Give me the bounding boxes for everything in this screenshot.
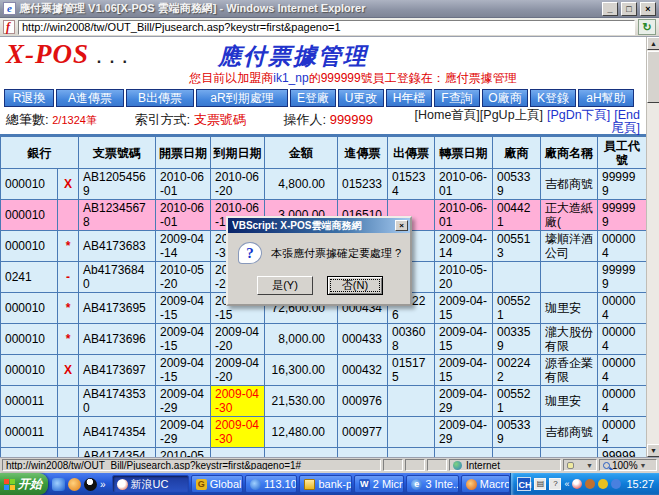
status-bar: http://win2008/tw/OUT_Bill/Pjusearch.asp…	[0, 458, 659, 473]
cell-inv: 000000	[338, 448, 388, 458]
tray-collapse-icon[interactable]: «	[564, 479, 569, 489]
status-url: http://win2008/tw/OUT_Bill/Pjusearch.asp…	[2, 459, 381, 471]
cell-amount: 16,300.00	[265, 355, 338, 386]
status-segment	[383, 459, 403, 471]
table-row[interactable]: 000010*AB41736962009-04-152009-04-208,00…	[1, 324, 647, 355]
pagination-link-1: [Home首頁]	[415, 108, 480, 122]
cell-vname: 正大造紙廠(	[541, 200, 598, 231]
magnifier-icon	[603, 462, 610, 469]
column-header: 銀行	[1, 137, 79, 169]
dialog-no-button[interactable]: 否(N)	[327, 276, 383, 295]
cell-bank: 000010	[1, 355, 58, 386]
cell-due: 2009-04-30	[211, 386, 265, 417]
menu-button-7[interactable]: H年檔	[386, 89, 432, 107]
column-header: 轉票日期	[435, 137, 493, 169]
page-title: 應付票據管理	[0, 41, 586, 72]
cell-flag: X	[58, 355, 79, 386]
cell-vname: 壕順洋酒公司	[541, 231, 598, 262]
cell-bank: 000010	[1, 169, 58, 200]
language-indicator[interactable]: CH	[517, 477, 531, 491]
scroll-thumb[interactable]	[647, 51, 659, 103]
cell-vid: 005521	[493, 386, 541, 417]
cell-due: 2010-06-20	[211, 169, 265, 200]
minimize-button[interactable]: _	[602, 2, 618, 16]
dialog-title: VBScript: X-POS雲端商務網	[232, 219, 395, 233]
cell-bank: 101010	[1, 448, 58, 458]
tray-qq-icon[interactable]	[572, 479, 582, 489]
status-segment	[405, 459, 425, 471]
scroll-down-icon[interactable]: ▼	[647, 444, 659, 457]
taskbar-button-label: Global...	[210, 476, 243, 492]
column-header: 支票號碼	[79, 137, 156, 169]
cell-vid: 004421	[493, 200, 541, 231]
zoom-control[interactable]: 100% ▼	[599, 459, 657, 471]
column-header: 員工代號	[598, 137, 647, 169]
dialog-yes-button[interactable]: 是(Y)	[257, 276, 313, 295]
help-icon[interactable]: ?	[549, 478, 561, 490]
table-row[interactable]: 101010-AB417435402010-05-2010-0.00000000…	[1, 448, 647, 458]
table-row[interactable]: 000010XAB120545692010-06-012010-06-204,8…	[1, 169, 647, 200]
column-header: 開票日期	[156, 137, 211, 169]
cell-flag: *	[58, 293, 79, 324]
table-row[interactable]: 000010XAB41736972009-04-152009-04-2016,3…	[1, 355, 647, 386]
cell-check: AB4173683	[79, 231, 156, 262]
cell-flag: *	[58, 231, 79, 262]
window-titlebar[interactable]: e 應付票據管理 V1.06[X-POS 雲端商務網] - Windows In…	[0, 0, 659, 18]
column-header: 出傳票	[388, 137, 435, 169]
menu-button-10[interactable]: K登錄	[530, 89, 576, 107]
ie-quicklaunch-icon[interactable]	[52, 478, 65, 491]
tray-alert-icon[interactable]	[598, 479, 608, 489]
menu-button-2[interactable]: A進傳票	[56, 89, 124, 107]
dialog-titlebar[interactable]: VBScript: X-POS雲端商務網 ×	[228, 218, 410, 233]
taskbar-button-4[interactable]: bank-pj	[299, 475, 351, 493]
menu-button-3[interactable]: B出傳票	[126, 89, 194, 107]
close-button[interactable]: ×	[640, 2, 656, 16]
quicklaunch-overflow-icon[interactable]: »	[100, 479, 106, 490]
pagination-link-4[interactable]: [End尾頁]	[612, 108, 640, 135]
cell-bank: 000011	[1, 417, 58, 448]
menu-button-6[interactable]: U更改	[338, 89, 384, 107]
qq-quicklaunch-icon[interactable]	[84, 478, 97, 491]
taskbar-button-7[interactable]: Macrom...	[461, 475, 511, 493]
vertical-scrollbar[interactable]: ▲ ▼	[646, 37, 659, 457]
messenger-quicklaunch-icon[interactable]	[68, 478, 81, 491]
cell-flag: X	[58, 169, 79, 200]
go-refresh-button[interactable]: ↻	[638, 19, 656, 35]
cell-issue: 2009-04-15	[156, 355, 211, 386]
cell-vname	[541, 448, 598, 458]
pagination-link-3[interactable]: [PgDn下頁]	[547, 108, 610, 122]
cell-tdate: 2009-04-29	[435, 417, 493, 448]
table-row[interactable]: 000011AB41743542009-04-292009-04-3012,48…	[1, 417, 647, 448]
taskbar-button-1[interactable]: 新浪UC	[112, 475, 189, 493]
scroll-up-icon[interactable]: ▲	[647, 37, 659, 50]
tray-network-icon[interactable]	[611, 479, 621, 489]
menu-button-4[interactable]: aR到期處理	[196, 89, 288, 107]
taskbar-button-5[interactable]: W2 Micr...▼	[354, 475, 405, 493]
cell-outv: 015175	[388, 355, 435, 386]
menu-button-9[interactable]: O廠商	[482, 89, 528, 107]
cell-vid: 005521	[493, 293, 541, 324]
cell-check: AB12054569	[79, 169, 156, 200]
taskbar-button-2[interactable]: GGlobal...	[191, 475, 243, 493]
menu-button-1[interactable]: R退換	[4, 89, 54, 107]
start-button[interactable]: 开始	[0, 473, 48, 495]
protected-mode-segment[interactable]: ▼	[563, 459, 597, 471]
menu-button-11[interactable]: aH幫助	[578, 89, 634, 107]
taskbar-button-6[interactable]: e3 Inte...▼	[406, 475, 458, 493]
menu-button-5[interactable]: E登廠	[290, 89, 336, 107]
cell-tdate: 2009-04-29	[435, 386, 493, 417]
cell-tdate: 2009-04-15	[435, 324, 493, 355]
cell-bank: 000010	[1, 324, 58, 355]
taskbar-button-3[interactable]: 113.10...	[245, 475, 297, 493]
table-row[interactable]: 000011AB417435302009-04-292009-04-3021,5…	[1, 386, 647, 417]
cell-emp: 999999	[598, 169, 647, 200]
menu-button-8[interactable]: F查詢	[434, 89, 480, 107]
url-input[interactable]	[18, 20, 635, 35]
cell-check: AB4173697	[79, 355, 156, 386]
quick-launch: »	[48, 478, 112, 491]
dialog-close-icon[interactable]: ×	[395, 220, 408, 231]
cell-issue: 2009-04-29	[156, 386, 211, 417]
tray-app-icon[interactable]	[585, 479, 595, 489]
printer-icon[interactable]: ▤	[534, 478, 546, 490]
maximize-button[interactable]: □	[621, 2, 637, 16]
